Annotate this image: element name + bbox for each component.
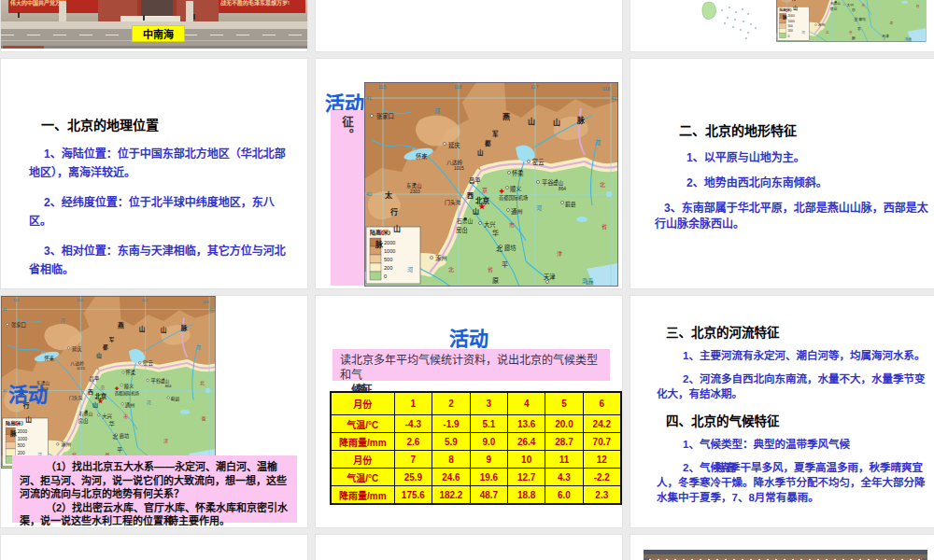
svg-text:1000: 1000: [787, 20, 795, 23]
svg-text:通州: 通州: [125, 401, 135, 409]
svg-text:脉: 脉: [375, 240, 384, 249]
slide6-item: 2、地势由西北向东南倾斜。: [677, 175, 929, 191]
climate-table-cell: 9: [470, 451, 507, 469]
activity-label: 活动: [316, 323, 622, 351]
climate-table-cell: 12.7: [508, 469, 545, 486]
svg-text:河: 河: [595, 139, 601, 146]
svg-text:北京: 北京: [95, 392, 107, 400]
svg-text:北: 北: [826, 30, 829, 35]
svg-text:原: 原: [492, 277, 499, 284]
svg-text:河: 河: [536, 204, 542, 211]
svg-text:顺义: 顺义: [510, 186, 522, 193]
climate-table-cell: -1.9: [432, 415, 471, 433]
svg-text:河: 河: [60, 317, 64, 323]
svg-text:116: 116: [454, 84, 461, 90]
svg-text:2000: 2000: [787, 14, 795, 18]
activity-label: 活动: [8, 379, 48, 407]
svg-text:2000: 2000: [384, 240, 395, 245]
svg-text:41: 41: [366, 95, 372, 101]
svg-text:房山: 房山: [78, 417, 89, 425]
svg-text:山: 山: [528, 117, 535, 126]
slide-10-thumbnail[interactable]: [0, 534, 308, 560]
svg-text:118: 118: [586, 280, 593, 286]
slide9-title-rivers: 三、北京的河流特征: [657, 322, 929, 341]
slide4-item: 3、相对位置：东南与天津相临，其它方位与河北省相临。: [29, 242, 294, 279]
svg-text:廊坊: 廊坊: [859, 17, 867, 21]
svg-text:通州: 通州: [511, 207, 523, 216]
svg-text:115: 115: [378, 84, 386, 90]
slide4-item: 2、经纬度位置：位于北半球中纬度地区，东八区。: [29, 193, 294, 231]
svg-text:华: 华: [109, 420, 115, 427]
slide-5-thumbnail[interactable]: 活动 读图，归纳说出北京的地形特征。: [315, 58, 623, 289]
svg-text:41: 41: [209, 307, 214, 312]
svg-text:涿州: 涿州: [435, 255, 447, 261]
red-wall: [177, 0, 219, 21]
svg-text:脉: 脉: [782, 14, 787, 21]
slide-8-thumbnail[interactable]: 活动 读北京多年平均气候统计资料，说出北京的气候类型和气 。候特征 月份1234…: [315, 295, 623, 528]
slide-1-thumbnail[interactable]: 伟大的中国共产党万岁 战无不胜的毛泽东思想万岁! 中南海: [0, 0, 308, 52]
svg-text:省: 省: [488, 266, 493, 273]
svg-text:津: 津: [557, 251, 562, 258]
svg-text:北: 北: [112, 433, 118, 436]
svg-text:燕: 燕: [118, 321, 124, 329]
svg-text:118: 118: [602, 86, 610, 91]
svg-text:平: 平: [857, 27, 861, 32]
slide-7-thumbnail[interactable]: 陆高(米)200010005002000 ★✚▲▲ 张家口怀来延庆八达岭1015…: [0, 295, 308, 528]
svg-text:延庆: 延庆: [72, 345, 82, 353]
slide-11-thumbnail[interactable]: [315, 534, 623, 560]
svg-text:蓟县: 蓟县: [171, 396, 180, 402]
climate-table-cell: 6.0: [545, 486, 583, 505]
svg-text:省: 省: [202, 415, 206, 422]
svg-text:市: 市: [509, 221, 515, 229]
slogan-banner-left: 伟大的中国共产党万岁: [8, 0, 99, 13]
terrain-map-medium: 陆高(米)200010005002000 ★✚▲▲ 张家口怀来延庆八达岭1015…: [1, 296, 216, 436]
climate-table-cell: 降雨量/mm: [331, 433, 394, 451]
slide-6-thumbnail[interactable]: 二、北京的地形特征 1、以平原与山地为主。 2、地势由西北向东南倾斜。 3、东南…: [630, 58, 934, 289]
slide-9-thumbnail[interactable]: 三、北京的河流特征 1、主要河流有永定河、潮白河等，均属海河水系。 2、河流多自…: [630, 295, 934, 528]
svg-text:北: 北: [854, 17, 857, 22]
svg-text:燕: 燕: [502, 112, 510, 121]
svg-text:山: 山: [477, 148, 484, 157]
svg-text:山: 山: [553, 118, 560, 127]
climate-table-cell: 2: [432, 392, 471, 415]
climate-table-cell: 5.9: [432, 433, 471, 451]
climate-table-cell: 70.7: [583, 433, 621, 451]
svg-text:省: 省: [379, 229, 385, 236]
slide9-content: 三、北京的河流特征 1、主要河流有永定河、潮白河等，均属海河水系。 2、河流多自…: [657, 322, 929, 513]
svg-text:平: 平: [502, 261, 508, 269]
svg-text:门头沟: 门头沟: [445, 199, 461, 206]
svg-text:石景山: 石景山: [457, 217, 474, 225]
climate-table-cell: 4: [508, 392, 545, 415]
slide-2-thumbnail[interactable]: [315, 0, 623, 52]
slide6-item: 3、东南部属于华北平原，北部是燕山山脉，西部是太行山脉余脉西山。: [655, 201, 929, 232]
beijing-terrain-map: 陆高(米)200010005002000 ★✚▲▲ 张家口怀来延庆八达岭1015…: [776, 0, 926, 42]
svg-text:41: 41: [611, 95, 616, 101]
climate-table-cell: 4.3: [545, 469, 583, 486]
climate-table-cell: 11: [545, 451, 583, 469]
climate-table-cell: 19.6: [470, 469, 507, 486]
climate-table-cell: 24.6: [432, 469, 471, 486]
svg-text:脉: 脉: [576, 116, 586, 125]
climate-table-cell: 5.1: [470, 415, 507, 433]
svg-text:1015: 1015: [77, 366, 86, 371]
slide-4-thumbnail[interactable]: 一、北京的地理位置 1、海陆位置：位于中国东部北方地区（华北北部地区），离海洋较…: [0, 58, 308, 289]
great-hall-photo: [644, 550, 927, 560]
pedestrian: [18, 12, 20, 18]
beijing-terrain-map: 陆高(米)200010005002000 ★✚▲▲ 张家口怀来延庆八达岭1015…: [364, 82, 618, 287]
svg-text:0: 0: [384, 273, 387, 279]
climate-table-cell: 9.0: [470, 433, 507, 451]
slide-12-thumbnail[interactable]: [630, 534, 934, 560]
svg-text:41: 41: [3, 307, 7, 312]
climate-table-cell: 2.6: [394, 433, 432, 451]
svg-text:省: 省: [849, 30, 853, 35]
terrain-map: 陆高(米)200010005002000 ★✚▲▲ 张家口怀来延庆八达岭1015…: [364, 82, 618, 287]
svg-text:北: 北: [600, 181, 605, 189]
slide4-title: 一、北京的地理位置: [29, 115, 294, 133]
slide-3-thumbnail[interactable]: 陆高(米)200010005002000 ★✚▲▲ 张家口怀来延庆八达岭1015…: [630, 0, 934, 52]
slide9-item: 1、气候类型：典型的温带季风气候: [657, 437, 929, 452]
prompt-line: 读北京多年平均气候统计资料，说出北京的气候类型和气: [340, 353, 602, 383]
svg-text:怀柔: 怀柔: [126, 370, 136, 377]
activity-task-box: （1）找出北京五大水系——永定河、潮白河、温榆河、拒马河、沟河，说一说它们的大致…: [12, 455, 297, 523]
svg-text:大兴: 大兴: [102, 413, 112, 420]
climate-table-cell: 8: [432, 451, 471, 469]
